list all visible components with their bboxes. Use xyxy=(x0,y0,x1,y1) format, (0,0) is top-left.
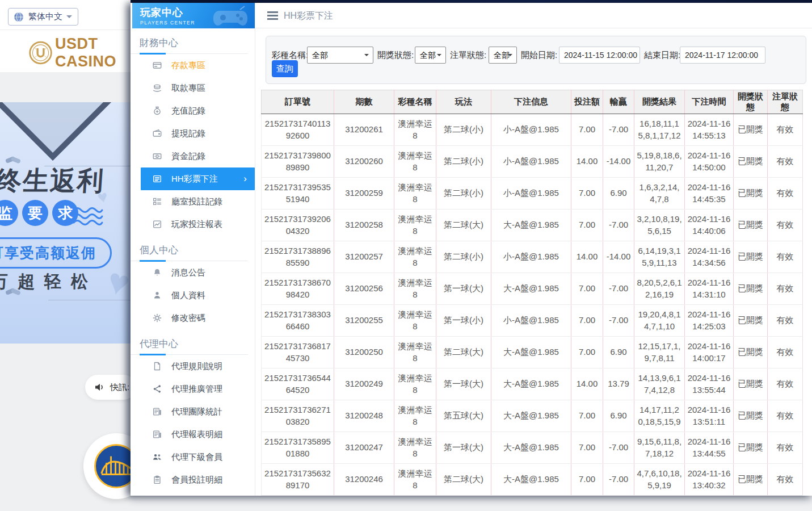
sidebar-item-label: 消息公告 xyxy=(171,267,205,278)
sidebar-item-members[interactable]: 代理下級會員 xyxy=(131,446,255,468)
table-cell: 澳洲幸运8 xyxy=(394,368,436,400)
language-selector[interactable]: 繁体中文 xyxy=(8,8,78,26)
table-cell: 2152173173867098420 xyxy=(262,273,334,305)
banner-badge: 要 xyxy=(22,200,48,226)
table-cell: 已開獎 xyxy=(734,305,768,337)
gear-icon xyxy=(152,313,162,323)
table-cell: 第二球(小) xyxy=(436,241,491,273)
sidebar-item-recharge-record[interactable]: 充值記錄 xyxy=(131,99,255,122)
draw-status-select[interactable]: 全部 xyxy=(415,47,446,64)
sidebar-item-label: 修改密碼 xyxy=(171,313,205,324)
sidebar-item-lottery-bet[interactable]: HH彩票下注› xyxy=(141,167,255,190)
table-cell: -7.00 xyxy=(603,305,634,337)
sidebar-item-player-report[interactable]: 玩家投注報表 xyxy=(131,213,255,236)
table-cell: 12,15,17,1,9,7,8,11 xyxy=(634,337,685,368)
banner-pill: 可享受高额返佣 xyxy=(0,237,112,269)
filter-panel: 彩種名稱: 全部 開獎狀態: 全部 注單狀態: 全部 開始日期: 2024-11… xyxy=(266,36,806,84)
table-cell: 31200249 xyxy=(334,368,394,400)
sidebar-item-room-bet-record[interactable]: 廳室投註記錄 xyxy=(131,190,255,213)
table-cell: 有效 xyxy=(768,400,803,432)
quick-news-bar[interactable]: 快訊: xyxy=(85,375,136,400)
sidebar-item-funds-record[interactable]: 資金記錄 xyxy=(131,145,255,167)
sidebar-subtitle: PLAYERS CENTER xyxy=(140,20,255,26)
table-cell: 第二球(小) xyxy=(436,114,491,146)
table-cell: 2152173173563289170 xyxy=(262,464,334,496)
table-cell: 9,15,6,11,8,7,18,12 xyxy=(634,432,685,464)
table-cell: 16,18,11,15,8,1,17,12 xyxy=(634,114,685,146)
table-cell: 有效 xyxy=(768,305,803,337)
table-cell: 有效 xyxy=(768,368,803,400)
order-status-label: 注單狀態: xyxy=(450,50,486,61)
page-title: HH彩票下注 xyxy=(284,10,333,22)
table-cell: 31200250 xyxy=(334,337,394,368)
page-root: 繁体中文 USDT CASINO 终生返利 监要求 xyxy=(0,0,812,511)
banner-badge: 监 xyxy=(0,200,18,226)
sidebar-item-label: 代理報表明細 xyxy=(171,429,222,440)
table-cell: 3,2,10,8,19,5,6,15 xyxy=(634,210,685,241)
table-cell: 31200260 xyxy=(334,146,394,178)
table-cell: 有效 xyxy=(768,178,803,210)
promo-banner[interactable]: 终生返利 监要求 可享受高额返佣 万超轻松 ♥ ♥ xyxy=(0,102,131,344)
table-cell: -7.00 xyxy=(603,210,634,241)
recharge-record-icon xyxy=(152,106,162,116)
casino-coin-icon xyxy=(28,35,53,70)
brand-logo[interactable]: USDT CASINO xyxy=(28,35,131,70)
language-label: 繁体中文 xyxy=(28,11,62,22)
sidebar-item-bell[interactable]: 消息公告 xyxy=(131,261,255,284)
table-cell: 小-A盤@1.985 xyxy=(491,146,571,178)
table-cell: 7.00 xyxy=(571,305,603,337)
table-cell: 第二球(小) xyxy=(436,178,491,210)
table-cell: 7.00 xyxy=(571,337,603,368)
table-cell: 2024-11-16 14:25:03 xyxy=(685,305,734,337)
table-row: 215217317395355194031200259澳洲幸运8第二球(小)小-… xyxy=(262,178,803,210)
table-cell: 2024-11-16 14:00:17 xyxy=(685,337,734,368)
table-cell: 澳洲幸运8 xyxy=(394,146,436,178)
sidebar-item-withdraw-hand[interactable]: 取款專區 xyxy=(131,77,255,99)
brand-name: USDT CASINO xyxy=(55,35,131,70)
table-cell: 小-A盤@1.985 xyxy=(491,178,571,210)
table-cell: 7.00 xyxy=(571,210,603,241)
sidebar-item-document[interactable]: 代理規則說明 xyxy=(131,355,255,378)
table-cell: 7.00 xyxy=(571,178,603,210)
table-cell: 2152173173681745730 xyxy=(262,337,334,368)
sidebar-item-label: 會員投註明細 xyxy=(171,475,222,485)
table-cell: 第二球(大) xyxy=(436,337,491,368)
table-row: 215217317365446452031200249澳洲幸运8第一球(大)大-… xyxy=(262,368,803,400)
table-cell: -14.00 xyxy=(603,241,634,273)
table-cell: 第二球(小) xyxy=(436,146,491,178)
table-cell: 13.79 xyxy=(603,368,634,400)
table-cell: -7.00 xyxy=(603,464,634,496)
players-center-modal: 玩家中心 PLAYERS CENTER 財務中心存款專區取款專區充值記錄提現記錄… xyxy=(131,3,812,496)
sidebar-section-title: 個人中心 xyxy=(140,244,255,257)
sidebar-item-label: 提現記錄 xyxy=(171,128,205,139)
table-row: 215217317388968559031200257澳洲幸运8第二球(小)小-… xyxy=(262,241,803,273)
search-button[interactable]: 查詢 xyxy=(272,60,298,77)
sidebar-item-label: 個人資料 xyxy=(171,290,205,301)
start-date-input[interactable]: 2024-11-15 12:00:00 xyxy=(559,47,640,64)
sidebar-item-share[interactable]: 代理推廣管理 xyxy=(131,378,255,400)
table-cell: 已開獎 xyxy=(734,432,768,464)
table-cell: 有效 xyxy=(768,241,803,273)
end-date-label: 結束日期: xyxy=(644,50,680,61)
lottery-name-select[interactable]: 全部 xyxy=(307,47,373,64)
end-date-input[interactable]: 2024-11-17 12:00:00 xyxy=(680,47,765,64)
speaker-icon xyxy=(94,382,106,392)
table-cell: 有效 xyxy=(768,432,803,464)
column-header: 玩法 xyxy=(436,90,491,114)
sidebar-item-withdraw-record[interactable]: 提現記錄 xyxy=(131,122,255,145)
sidebar-item-gear[interactable]: 修改密碼 xyxy=(131,307,255,329)
table-cell: 小-A盤@1.985 xyxy=(491,114,571,146)
sidebar-item-deposit-card[interactable]: 存款專區 xyxy=(131,54,255,77)
order-status-select[interactable]: 全部 xyxy=(489,47,517,64)
table-cell: 2024-11-16 13:44:55 xyxy=(685,432,734,464)
sidebar-item-clipboard[interactable]: 會員投註明細 xyxy=(131,468,255,491)
sidebar-item-report-detail[interactable]: 代理報表明細 xyxy=(131,423,255,446)
menu-toggle-icon[interactable] xyxy=(267,11,278,22)
table-cell: 2024-11-16 13:40:32 xyxy=(685,464,734,496)
sidebar-item-person[interactable]: 個人資料 xyxy=(131,284,255,307)
table-cell: 14,13,9,6,17,4,12,8 xyxy=(634,368,685,400)
sidebar-header: 玩家中心 PLAYERS CENTER xyxy=(132,3,255,28)
sidebar-item-team-stats[interactable]: 代理團隊統計 xyxy=(131,400,255,423)
table-cell: 2152173173889685590 xyxy=(262,241,334,273)
globe-icon xyxy=(13,11,24,23)
